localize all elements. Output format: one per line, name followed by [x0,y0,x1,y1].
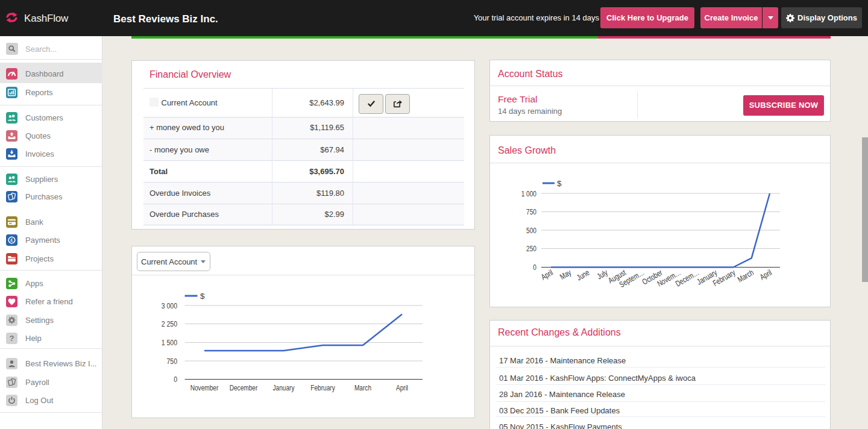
svg-text:250: 250 [526,244,536,254]
svg-text:June: June [575,268,591,283]
svg-text:March: March [354,383,371,392]
svg-text:2 250: 2 250 [162,319,178,329]
svg-text:3 000: 3 000 [162,301,178,310]
svg-text:April: April [539,268,555,282]
svg-text:?: ? [10,334,14,343]
svg-text:1 500: 1 500 [162,338,178,348]
svg-text:$: $ [200,292,205,301]
svg-text:0: 0 [533,263,536,272]
svg-text:May: May [558,268,573,281]
svg-text:April: April [396,383,408,392]
svg-text:February: February [310,383,335,392]
svg-text:1 000: 1 000 [521,189,537,198]
svg-text:December: December [230,383,258,392]
svg-text:January: January [273,383,295,392]
svg-text:April: April [758,268,773,282]
svg-text:750: 750 [526,207,536,217]
svg-text:November: November [190,383,219,392]
svg-text:500: 500 [526,225,536,235]
svg-text:£: £ [10,237,13,243]
svg-text:0: 0 [174,375,177,384]
svg-text:$: $ [557,179,562,188]
svg-text:750: 750 [166,356,177,366]
svg-text:March: March [736,268,755,284]
